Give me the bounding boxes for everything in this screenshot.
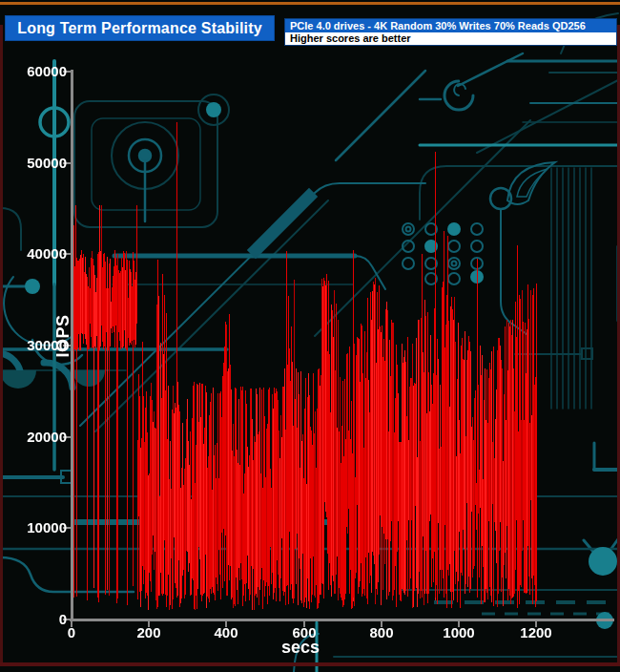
x-tick-label: 200 xyxy=(120,624,177,641)
x-tick-label: 0 xyxy=(43,624,100,641)
x-tick-label: 800 xyxy=(353,624,410,641)
benchmark-screenshot: { "header": { "title": "Long Term Perfor… xyxy=(0,0,620,672)
page-title: Long Term Performance Stability xyxy=(17,20,262,37)
x-tick-label: 1000 xyxy=(430,624,487,641)
y-tick-label: 60000 xyxy=(0,63,67,80)
x-axis-title: secs xyxy=(262,638,339,658)
frame-border-left xyxy=(0,25,3,666)
test-description: PCIe 4.0 drives - 4K Random 30% Writes 7… xyxy=(285,19,616,32)
scores-note: Higher scores are better xyxy=(285,32,616,45)
chart-title-banner: Long Term Performance Stability xyxy=(5,15,275,41)
chart-subtitle-banner: PCIe 4.0 drives - 4K Random 30% Writes 7… xyxy=(284,18,617,46)
y-tick-label: 50000 xyxy=(0,155,67,172)
x-tick-label: 1200 xyxy=(507,624,565,641)
x-tick-label: 400 xyxy=(197,624,255,641)
y-axis-title: IOPS xyxy=(53,296,72,376)
y-tick-label: 10000 xyxy=(0,519,67,536)
frame-border-bottom xyxy=(0,662,620,666)
chart-axes xyxy=(0,0,620,672)
y-tick-label: 40000 xyxy=(0,245,67,262)
frame-border-top xyxy=(0,2,620,5)
y-tick-label: 20000 xyxy=(0,429,67,446)
